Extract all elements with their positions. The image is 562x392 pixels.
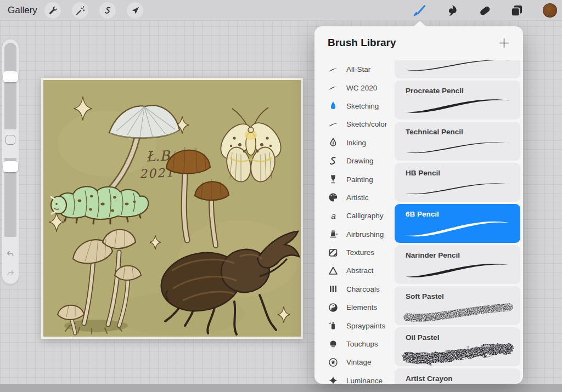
- smudge-button[interactable]: [444, 3, 459, 18]
- canvas-artwork: Ł.B. 2021: [41, 78, 303, 339]
- gallery-button[interactable]: Gallery: [8, 5, 37, 16]
- palette-icon: [328, 192, 338, 202]
- category-label: Charcoals: [346, 285, 380, 293]
- sidebar: [2, 39, 19, 284]
- transform-arrow-icon: [130, 5, 140, 16]
- category-label: Luminance: [346, 377, 383, 384]
- color-swatch[interactable]: [543, 3, 557, 18]
- brush-category-list: All-StarWC 2020SketchingSketch/colorInki…: [314, 60, 395, 384]
- brush-size-handle[interactable]: [3, 71, 18, 82]
- paint-button[interactable]: [411, 3, 426, 18]
- brush-category-inking[interactable]: Inking: [314, 134, 395, 152]
- brush-category-airbrushing[interactable]: Airbrushing: [314, 225, 395, 243]
- category-label: Airbrushing: [346, 230, 384, 238]
- category-label: Drawing: [346, 157, 374, 165]
- brush-category-abstract[interactable]: Abstract: [314, 262, 395, 280]
- stroke-icon: [328, 65, 338, 75]
- category-label: Textures: [346, 248, 374, 257]
- brush-library-panel: Brush Library All-StarWC 2020SketchingSk…: [314, 26, 523, 384]
- add-brush-button[interactable]: [497, 36, 511, 50]
- category-label: Spraypaints: [346, 322, 385, 330]
- undo-icon[interactable]: [5, 249, 16, 260]
- pencil-tip-icon: [328, 101, 338, 111]
- brush-category-sketch-color[interactable]: Sketch/color: [314, 115, 395, 133]
- category-label: Inking: [346, 139, 366, 147]
- star-circle-icon: [328, 357, 338, 367]
- layers-button[interactable]: [509, 3, 524, 18]
- transform-button[interactable]: [127, 2, 143, 19]
- canvas[interactable]: Ł.B. 2021: [41, 78, 303, 339]
- category-label: Painting: [346, 175, 373, 184]
- brush-category-textures[interactable]: Textures: [314, 243, 395, 262]
- selection-button[interactable]: [99, 2, 116, 19]
- brush-card-hb-pencil[interactable]: HB Pencil: [395, 163, 520, 202]
- eraser-icon: [477, 3, 492, 18]
- brush-icon: [412, 3, 426, 18]
- brush-category-artistic[interactable]: Artistic: [314, 189, 395, 207]
- stroke-icon: [328, 83, 338, 93]
- brush-card-soft-pastel[interactable]: Soft Pastel: [395, 286, 520, 325]
- squiggle-icon: [328, 156, 338, 166]
- brush-category-vintage[interactable]: Vintage: [314, 353, 395, 371]
- brush-card-narinder-pencil[interactable]: Narinder Pencil: [395, 245, 520, 284]
- brush-card-untitled[interactable]: [395, 60, 520, 78]
- brush-card-artist-crayon[interactable]: Artist Crayon: [395, 368, 520, 384]
- brush-category-wc-2020[interactable]: WC 2020: [314, 78, 395, 96]
- workspace-bottom-edge: [0, 384, 562, 392]
- brush-category-calligraphy[interactable]: aCalligraphy: [314, 207, 395, 225]
- stroke-icon: [328, 120, 338, 129]
- svg-text:a: a: [331, 211, 336, 221]
- brush-stroke-preview: [399, 175, 516, 201]
- brush-stroke-preview: [399, 298, 516, 325]
- erase-button[interactable]: [477, 3, 492, 18]
- category-label: All-Star: [346, 65, 370, 73]
- bars-icon: [328, 284, 338, 294]
- brush-category-luminance[interactable]: Luminance: [314, 372, 395, 384]
- selection-s-icon: [103, 5, 113, 16]
- brush-category-elements[interactable]: Elements: [314, 298, 395, 316]
- brush-category-touchups[interactable]: Touchups: [314, 335, 395, 353]
- brush-card-6b-pencil[interactable]: 6B Pencil: [395, 204, 520, 243]
- spray-can-icon: [328, 321, 338, 331]
- brush-category-drawing[interactable]: Drawing: [314, 152, 395, 170]
- magic-wand-icon: [75, 5, 86, 16]
- panel-title: Brush Library: [328, 37, 396, 49]
- category-label: Sketch/color: [346, 120, 387, 128]
- adjustments-button[interactable]: [72, 2, 88, 19]
- brush-stroke-preview: [399, 216, 516, 242]
- brush-card-oil-pastel[interactable]: Oil Pastel: [395, 327, 520, 366]
- actions-button[interactable]: [44, 2, 61, 19]
- paintbrush-icon: [328, 174, 338, 184]
- sparkle-icon: [328, 376, 338, 384]
- brush-category-charcoals[interactable]: Charcoals: [314, 280, 395, 298]
- category-label: Artistic: [346, 194, 369, 202]
- wrench-icon: [48, 5, 58, 16]
- panel-pointer: [414, 21, 426, 26]
- layers-icon: [509, 3, 524, 18]
- smudge-icon: [445, 3, 459, 18]
- category-label: Abstract: [346, 266, 374, 275]
- plus-icon: [498, 37, 510, 49]
- brush-head-icon: [328, 339, 338, 349]
- brush-card-procreate-pencil[interactable]: Procreate Pencil: [395, 81, 520, 120]
- brush-opacity-handle[interactable]: [3, 161, 18, 172]
- category-label: Calligraphy: [346, 212, 384, 220]
- brush-category-sketching[interactable]: Sketching: [314, 97, 395, 115]
- brush-stroke-preview: [399, 339, 516, 366]
- brush-category-painting[interactable]: Painting: [314, 170, 395, 188]
- redo-icon[interactable]: [5, 268, 16, 279]
- brush-size-slider[interactable]: [4, 43, 16, 129]
- brush-stroke-preview: [399, 380, 516, 384]
- modify-button[interactable]: [5, 135, 15, 145]
- texture-square-icon: [328, 248, 338, 258]
- calligraphy-a-icon: a: [328, 211, 338, 221]
- brush-category-spraypaints[interactable]: Spraypaints: [314, 316, 395, 334]
- brush-category-all-star[interactable]: All-Star: [314, 60, 395, 78]
- airbrush-icon: [328, 229, 338, 239]
- top-toolbar: Gallery: [0, 0, 562, 21]
- category-label: WC 2020: [346, 84, 377, 92]
- brush-stroke-preview: [399, 60, 516, 78]
- category-label: Sketching: [346, 102, 379, 110]
- brush-stroke-preview: [399, 134, 516, 160]
- brush-card-technical-pencil[interactable]: Technical Pencil: [395, 122, 520, 161]
